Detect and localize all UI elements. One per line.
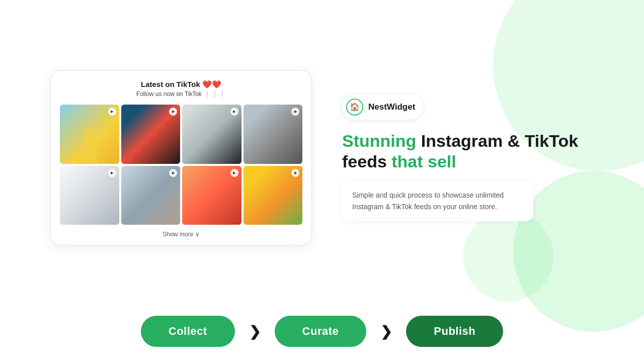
content-row: Latest on TikTok ❤️❤️ Follow us now on T… [0,0,644,306]
cta-row: Collect ❯ Curate ❯ Publish [0,306,644,362]
feed-item: ▶ [121,166,181,225]
feed-item: ▶ [121,105,181,164]
headline-part3: that sell [391,152,456,171]
play-icon: ▶ [108,108,116,116]
feed-title: Latest on TikTok ❤️❤️ [60,80,302,89]
play-icon: ▶ [230,108,238,116]
headline: Stunning Instagram & TikTok feeds that s… [342,131,604,172]
feed-widget-card: Latest on TikTok ❤️❤️ Follow us now on T… [50,70,312,245]
show-more-button[interactable]: Show more ∨ [60,231,302,238]
play-icon: ▶ [291,108,299,116]
info-panel: 🏠 NestWidget Stunning Instagram & TikTok… [342,95,604,221]
curate-button[interactable]: Curate [275,316,367,347]
feed-item: ▶ [182,166,242,225]
arrow-icon-2: ❯ [380,323,392,340]
play-icon: ▶ [230,169,238,177]
feed-item: ▶ [244,166,303,225]
arrow-icon-1: ❯ [249,323,261,340]
brand-name: NestWidget [368,102,415,112]
brand-badge: 🏠 NestWidget [342,95,423,120]
brand-icon-symbol: 🏠 [350,102,360,112]
feed-grid: ▶ ▶ ▶ ▶ ▶ ▶ ▶ [60,105,302,225]
feed-subtitle: Follow us now on TikTok ❕❕❕ [60,90,302,98]
feed-item: ▶ [60,105,119,164]
feed-item: ▶ [60,166,119,225]
feed-item: ▶ [244,105,303,164]
headline-part1: Stunning [342,131,416,150]
publish-button[interactable]: Publish [406,316,503,347]
play-icon: ▶ [108,169,116,177]
feed-header: Latest on TikTok ❤️❤️ Follow us now on T… [60,80,302,98]
brand-icon: 🏠 [346,99,363,116]
play-icon: ▶ [291,169,299,177]
description-text: Simple and quick process to showcase unl… [342,180,533,221]
collect-button[interactable]: Collect [141,316,235,347]
feed-item: ▶ [182,105,242,164]
main-container: Latest on TikTok ❤️❤️ Follow us now on T… [0,0,644,362]
play-icon: ▶ [169,169,177,177]
play-icon: ▶ [169,108,177,116]
